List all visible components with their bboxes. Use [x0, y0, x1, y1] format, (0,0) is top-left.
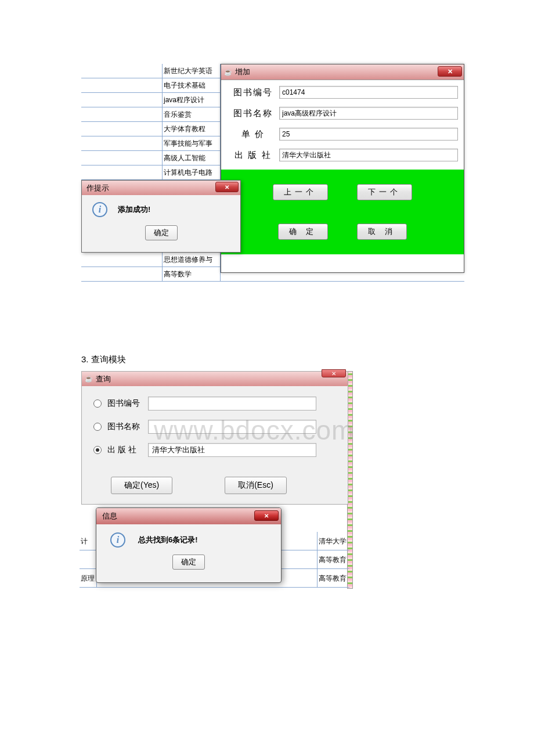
close-icon[interactable]: ✕ — [438, 66, 462, 77]
book-id-input[interactable] — [279, 86, 458, 99]
qt-cell: 原理 — [80, 569, 97, 587]
message-text: 添加成功! — [118, 204, 150, 215]
add-dialog-title: 增加 — [235, 67, 250, 77]
button-panel: 上一个 下一个 确 定 取 消 — [221, 170, 464, 254]
message-titlebar[interactable]: 作提示 ✕ — [82, 181, 240, 195]
qt-cell: 清华大学 — [317, 532, 349, 550]
query-cancel-button[interactable]: 取消(Esc) — [225, 477, 287, 494]
qt-cell: 高等教育 — [317, 569, 349, 587]
info-text: 总共找到6条记录! — [138, 535, 198, 545]
price-label: 单 价 — [227, 129, 279, 140]
bg-cell: 计算机电子电路 — [163, 165, 221, 179]
radio-book-id[interactable] — [93, 399, 102, 408]
query-ok-button[interactable]: 确定(Yes) — [111, 477, 172, 494]
radio-book-name[interactable] — [93, 423, 102, 431]
section-title: 3. 查询模块 — [0, 348, 534, 371]
add-dialog-titlebar[interactable]: ☕ 增加 ✕ — [221, 64, 464, 80]
bg-cell: 高级人工智能 — [163, 151, 221, 165]
book-name-label: 图书名称 — [227, 108, 279, 119]
info-icon: i — [92, 202, 107, 217]
info-titlebar[interactable]: 信息 ✕ — [96, 508, 281, 524]
bg-cell: 思想道德修养与 — [163, 253, 221, 267]
close-icon[interactable]: ✕ — [254, 510, 279, 521]
ok-button[interactable]: 确定 — [172, 555, 205, 570]
info-icon: i — [110, 532, 125, 548]
next-button[interactable]: 下一个 — [357, 184, 412, 200]
info-dialog: 信息 ✕ i 总共找到6条记录! 确定 — [96, 507, 282, 583]
bg-cell: 电子技术基础 — [163, 78, 221, 92]
bg-cell: 新世纪大学英语 — [163, 64, 221, 78]
book-id-label: 图书编号 — [227, 87, 279, 98]
bg-cell: 军事技能与军事 — [163, 136, 221, 150]
bg-cell: 大学体育教程 — [163, 122, 221, 136]
close-icon[interactable]: ✕ — [322, 369, 346, 377]
ok-button[interactable]: 确定 — [145, 225, 178, 240]
qt-cell — [80, 550, 97, 568]
cancel-button[interactable]: 取 消 — [357, 224, 407, 240]
prev-button[interactable]: 上一个 — [273, 184, 328, 200]
message-title: 作提示 — [86, 183, 109, 193]
price-input[interactable] — [279, 128, 458, 141]
bg-cell: 音乐鉴赏 — [163, 107, 221, 121]
radio-publisher-label: 出 版 社 — [107, 445, 148, 455]
qt-cell: 计 — [80, 532, 97, 550]
add-dialog: ☕ 增加 ✕ 图书编号 图书名称 单 价 出 版 社 — [221, 64, 464, 273]
bg-cell: 高等数学 — [163, 267, 221, 281]
java-icon: ☕ — [84, 375, 93, 384]
query-titlebar[interactable]: ☕ 查询 ✕ — [82, 372, 348, 386]
bg-cell: java程序设计 — [163, 93, 221, 107]
query-book-id-input[interactable] — [148, 397, 316, 411]
ok-button[interactable]: 确 定 — [278, 224, 328, 240]
qt-cell: 高等教育 — [317, 550, 349, 568]
query-publisher-input[interactable] — [148, 443, 316, 457]
book-name-input[interactable] — [279, 107, 458, 120]
query-book-name-input[interactable] — [148, 420, 316, 434]
info-title: 信息 — [102, 511, 117, 521]
close-icon[interactable]: ✕ — [215, 182, 239, 192]
query-dialog: ☕ 查询 ✕ 图书编号 图书名称 出 版 社 确定(Yes) 取消(E — [81, 371, 348, 505]
publisher-label: 出 版 社 — [227, 150, 279, 161]
publisher-input[interactable] — [279, 149, 458, 161]
radio-publisher[interactable] — [93, 446, 102, 454]
query-title: 查询 — [96, 374, 111, 384]
message-dialog: 作提示 ✕ i 添加成功! 确定 — [81, 180, 241, 253]
radio-book-id-label: 图书编号 — [107, 398, 148, 409]
java-icon: ☕ — [223, 67, 233, 77]
radio-book-name-label: 图书名称 — [107, 422, 148, 432]
